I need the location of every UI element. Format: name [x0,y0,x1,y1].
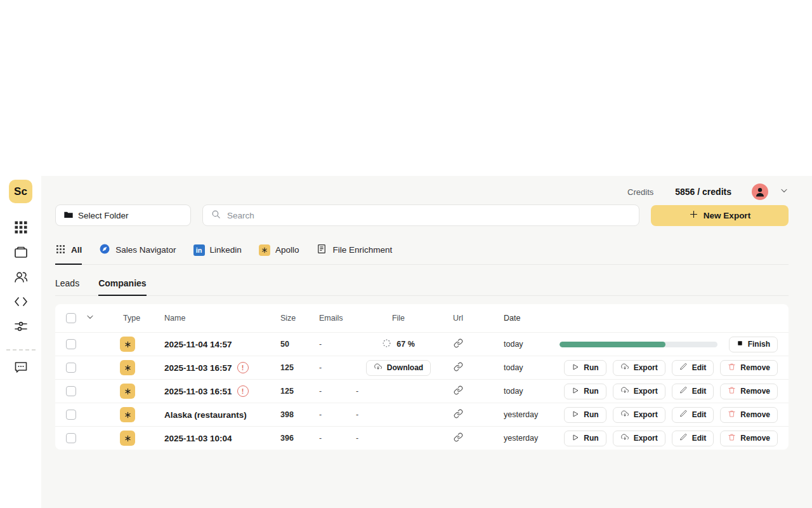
link-icon [454,362,463,374]
table-row: 2025-11-03 16:51 ! 125 - - today Run Exp… [55,379,789,403]
sidebar-item-dashboard[interactable] [13,221,29,236]
table-row: 2025-11-03 10:04 396 - - yesterday Run E… [55,426,789,450]
col-file: File [356,314,441,323]
url-link[interactable] [441,385,475,398]
remove-button[interactable]: Remove [720,384,778,399]
edit-button[interactable]: Edit [672,384,714,399]
tab-apollo[interactable]: Apollo [259,243,299,265]
progress-bar-fill [560,342,665,347]
search-box [202,204,639,226]
run-button[interactable]: Run [564,407,606,423]
expand-all-button[interactable] [79,312,101,324]
export-emails: - [319,363,356,372]
run-button[interactable]: Run [564,384,606,399]
sidebar-item-settings[interactable] [13,320,29,335]
row-checkbox[interactable] [66,339,76,349]
sidebar-divider [6,349,36,351]
table-header-row: Type Name Size Emails File Url Date [55,304,789,332]
cloud-download-icon [620,363,629,373]
export-button[interactable]: Export [613,407,665,423]
select-all-checkbox[interactable] [66,313,76,323]
sidebar-item-support-chat[interactable] [13,361,29,376]
edit-button[interactable]: Edit [672,407,714,423]
person-icon [754,186,766,200]
row-checkbox[interactable] [66,386,76,396]
url-link[interactable] [441,362,475,374]
tab-all[interactable]: All [55,243,82,265]
pencil-icon [679,386,688,396]
account-menu-button[interactable] [780,186,789,197]
download-button[interactable]: Download [366,360,431,376]
export-name: 2025-11-04 14:57 [164,340,280,349]
apollo-type-icon [120,337,135,352]
export-button[interactable]: Export [613,431,665,446]
folder-icon [13,244,29,262]
run-button[interactable]: Run [564,360,606,376]
select-folder-dropdown[interactable]: Select Folder [55,204,191,226]
sliders-icon [13,319,29,337]
linkedin-icon: in [193,244,205,256]
row-checkbox[interactable] [66,363,76,373]
url-link[interactable] [441,432,475,444]
row-checkbox[interactable] [66,433,76,443]
plus-icon [689,210,698,221]
run-button[interactable]: Run [564,431,606,446]
remove-button[interactable]: Remove [720,407,778,423]
row-checkbox[interactable] [66,410,76,420]
tab-sales-navigator-label: Sales Navigator [115,245,176,255]
col-type: Type [123,314,164,323]
cloud-download-icon [620,433,629,444]
trash-icon [728,433,736,443]
search-input[interactable] [227,211,631,220]
cloud-download-icon [620,386,629,397]
subtab-companies[interactable]: Companies [98,278,146,296]
export-date: today [475,363,549,372]
col-url: Url [441,314,475,323]
export-emails: - [319,387,356,396]
avatar[interactable] [752,184,768,200]
remove-button[interactable]: Remove [720,360,778,376]
edit-button[interactable]: Edit [672,360,714,376]
tab-file-enrichment-label: File Enrichment [332,245,392,255]
search-icon [211,209,221,222]
credits-label: Credits [627,187,653,197]
subtab-leads[interactable]: Leads [55,278,79,296]
chevron-down-icon [86,312,95,324]
toolbar: Select Folder New Export [55,204,789,226]
export-date: yesterday [475,434,549,443]
col-emails: Emails [319,314,356,323]
select-folder-label: Select Folder [78,211,129,220]
apollo-type-icon [120,384,135,399]
sidebar-item-contacts[interactable] [13,271,29,286]
new-export-button[interactable]: New Export [651,205,789,226]
app-logo[interactable]: Sc [9,180,32,203]
export-button[interactable]: Export [613,384,665,399]
tab-linkedin[interactable]: in Linkedin [193,243,242,265]
link-icon [454,338,463,351]
tab-linkedin-label: Linkedin [210,245,242,255]
chat-icon [13,359,29,377]
export-file: - [356,410,441,419]
users-icon [13,269,29,287]
tab-file-enrichment[interactable]: File Enrichment [316,243,392,265]
link-icon [454,409,463,421]
row-actions: Run Export Edit Remove [549,360,789,376]
pencil-icon [679,410,688,420]
trash-icon [728,363,736,373]
file-progress: 67 % [356,338,441,350]
warning-icon: ! [237,385,249,397]
folder-solid-icon [63,210,74,222]
play-icon [572,410,579,420]
url-link[interactable] [441,409,475,421]
play-icon [572,387,579,396]
finish-button[interactable]: Finish [729,337,778,352]
edit-button[interactable]: Edit [672,431,714,446]
remove-button[interactable]: Remove [720,431,778,446]
export-size: 125 [280,363,319,372]
sidebar-item-api[interactable] [13,295,29,311]
export-button[interactable]: Export [613,360,665,376]
url-link[interactable] [441,338,475,351]
sidebar-item-folders[interactable] [13,246,29,261]
tab-sales-navigator[interactable]: Sales Navigator [99,243,176,265]
warning-icon: ! [237,362,249,373]
